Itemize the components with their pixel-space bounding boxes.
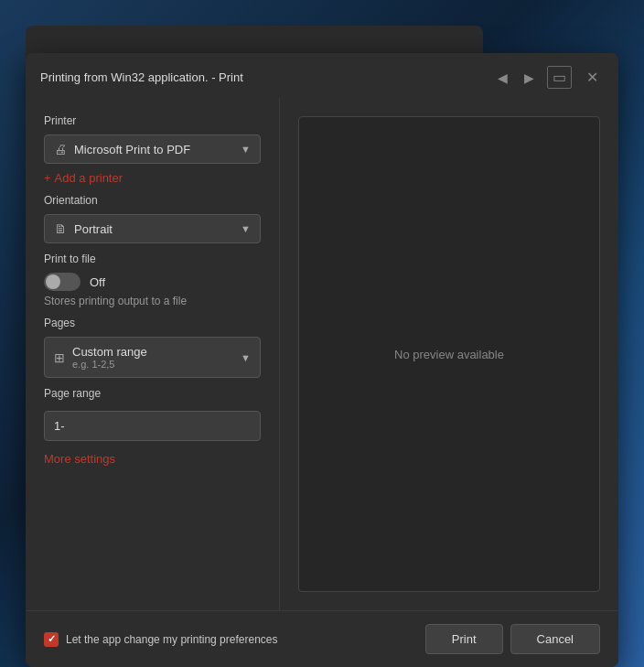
preview-area: No preview available (298, 116, 600, 592)
cancel-button[interactable]: Cancel (510, 624, 600, 654)
more-settings-link[interactable]: More settings (44, 452, 115, 466)
dialog-footer: ✓ Let the app change my printing prefere… (26, 610, 618, 667)
orientation-section-label: Orientation (44, 194, 261, 207)
checkbox-check-icon: ✓ (48, 633, 56, 645)
printer-icon: 🖨 (54, 142, 67, 156)
pages-select-wrapper: ⊞ Custom range e.g. 1-2,5 ▼ (44, 337, 261, 378)
titlebar-controls: ◀ ▶ ▭ ✕ (494, 66, 604, 89)
orientation-select[interactable]: 🗎 Portrait ▼ (44, 214, 261, 243)
print-button[interactable]: Print (425, 624, 503, 654)
page-range-section-label: Page range (44, 387, 261, 400)
forward-arrow-icon[interactable]: ▶ (521, 69, 538, 87)
orientation-chevron-icon: ▼ (241, 223, 251, 234)
add-printer-plus-icon: + (44, 171, 51, 185)
page-range-input[interactable] (44, 411, 261, 441)
print-to-file-helper: Stores printing output to a file (44, 295, 261, 307)
left-panel: Printer 🖨 Microsoft Print to PDF ▼ + Add… (26, 98, 280, 610)
add-printer-link[interactable]: + Add a printer (44, 171, 261, 185)
printer-select-wrapper: 🖨 Microsoft Print to PDF ▼ (44, 134, 261, 164)
orientation-selected-value: Portrait (74, 222, 113, 236)
toggle-row: Off (44, 273, 261, 291)
printer-section-label: Printer (44, 114, 261, 127)
print-to-file-section-label: Print to file (44, 253, 261, 265)
pages-text: Custom range e.g. 1-2,5 (72, 345, 251, 370)
dialog-title: Printing from Win32 application. - Print (40, 70, 243, 84)
dialog-titlebar: Printing from Win32 application. - Print… (26, 53, 618, 98)
pages-section-label: Pages (44, 317, 261, 329)
right-panel: No preview available (280, 98, 618, 610)
print-dialog: Printing from Win32 application. - Print… (26, 53, 618, 667)
orientation-select-wrapper: 🗎 Portrait ▼ (44, 214, 261, 243)
pages-select[interactable]: ⊞ Custom range e.g. 1-2,5 ▼ (44, 337, 261, 378)
toggle-label: Off (90, 275, 105, 289)
printer-selected-value: Microsoft Print to PDF (74, 143, 190, 156)
close-icon[interactable]: ✕ (581, 67, 604, 88)
print-to-file-toggle[interactable] (44, 273, 80, 291)
add-printer-label: Add a printer (55, 171, 123, 185)
pages-sub: e.g. 1-2,5 (72, 359, 251, 370)
pages-chevron-icon: ▼ (241, 352, 251, 363)
pages-icon: ⊞ (54, 350, 65, 365)
no-preview-text: No preview available (394, 348, 504, 361)
back-arrow-icon[interactable]: ◀ (494, 69, 511, 87)
toggle-knob (46, 274, 60, 289)
orientation-icon: 🗎 (54, 221, 67, 236)
checkbox-row: ✓ Let the app change my printing prefere… (44, 632, 425, 647)
checkbox[interactable]: ✓ (44, 632, 59, 647)
printer-chevron-icon: ▼ (241, 144, 251, 155)
footer-buttons: Print Cancel (425, 624, 600, 654)
expand-icon[interactable]: ▭ (547, 66, 572, 89)
window-container: Printing from Win32 application. - Print… (0, 0, 644, 667)
printer-select[interactable]: 🖨 Microsoft Print to PDF ▼ (44, 134, 261, 164)
dialog-body: Printer 🖨 Microsoft Print to PDF ▼ + Add… (26, 98, 618, 610)
pages-title: Custom range (72, 345, 251, 359)
checkbox-label: Let the app change my printing preferenc… (66, 633, 277, 646)
